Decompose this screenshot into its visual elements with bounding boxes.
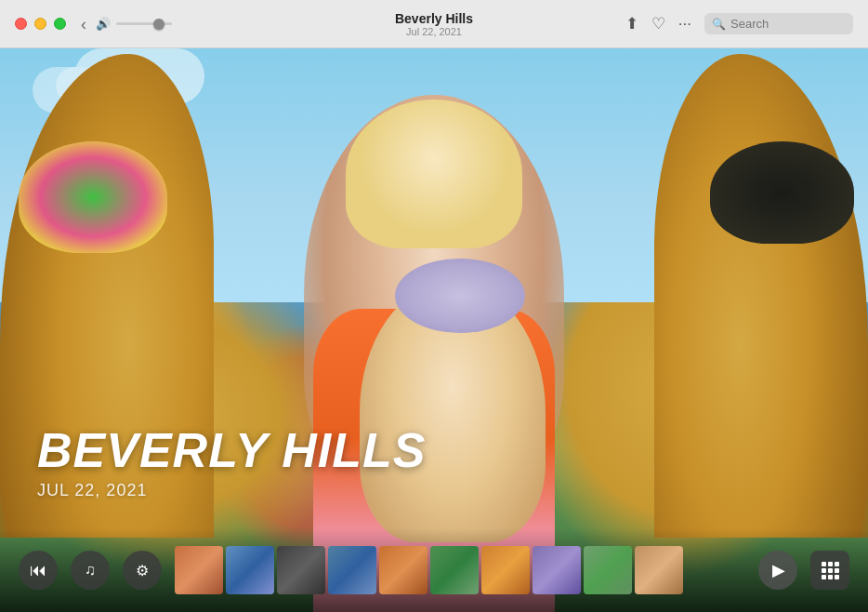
thumbnail-5[interactable] bbox=[430, 546, 479, 594]
grid-icon bbox=[822, 562, 839, 579]
rewind-button[interactable]: ⏮ bbox=[19, 551, 58, 590]
hair-left bbox=[19, 141, 167, 253]
volume-slider[interactable] bbox=[116, 22, 172, 25]
share-button[interactable]: ⬆ bbox=[625, 16, 638, 32]
photo-subtitle: JUL 22, 2021 bbox=[37, 481, 426, 500]
thumbnails-strip bbox=[175, 546, 745, 594]
photo-title-overlay: BEVERLY HILLS JUL 22, 2021 bbox=[37, 424, 426, 500]
title-bar: ‹ 🔊 Beverly Hills Jul 22, 2021 ⬆ ♡ ··· 🔍 bbox=[0, 0, 868, 48]
close-button[interactable] bbox=[15, 18, 27, 30]
window-controls bbox=[15, 18, 66, 30]
control-bar: ⏮ ♫ ⚙ ▶ bbox=[0, 528, 868, 612]
minimize-button[interactable] bbox=[34, 18, 46, 30]
thumbnail-3[interactable] bbox=[328, 546, 376, 594]
thumbnail-0[interactable] bbox=[175, 546, 223, 594]
hat bbox=[395, 259, 525, 333]
window-title-area: Beverly Hills Jul 22, 2021 bbox=[395, 11, 473, 37]
thumbnail-8[interactable] bbox=[584, 546, 632, 594]
thumbnail-4[interactable] bbox=[379, 546, 427, 594]
hair-center bbox=[346, 100, 522, 248]
photo-main-title: BEVERLY HILLS bbox=[37, 424, 426, 477]
back-button[interactable]: ‹ bbox=[81, 16, 86, 33]
search-input[interactable] bbox=[730, 17, 842, 31]
favorite-button[interactable]: ♡ bbox=[651, 16, 665, 32]
thumbnail-7[interactable] bbox=[533, 546, 581, 594]
thumbnail-1[interactable] bbox=[226, 546, 274, 594]
volume-control: 🔊 bbox=[96, 17, 172, 31]
thumbnail-9[interactable] bbox=[635, 546, 683, 594]
volume-icon: 🔊 bbox=[96, 17, 111, 31]
photo-area: BEVERLY HILLS JUL 22, 2021 ⏮ ♫ ⚙ ▶ bbox=[0, 48, 868, 612]
volume-thumb bbox=[153, 19, 164, 30]
grid-view-button[interactable] bbox=[810, 551, 849, 590]
window-date: Jul 22, 2021 bbox=[395, 26, 473, 37]
search-icon: 🔍 bbox=[712, 18, 726, 31]
toolbar-actions: ⬆ ♡ ··· 🔍 bbox=[625, 13, 853, 34]
window-title: Beverly Hills bbox=[395, 11, 473, 26]
hair-right bbox=[710, 141, 854, 244]
settings-icon: ⚙ bbox=[136, 562, 149, 579]
thumbnail-2[interactable] bbox=[277, 546, 325, 594]
settings-button[interactable]: ⚙ bbox=[123, 551, 162, 590]
thumbnail-6[interactable] bbox=[481, 546, 530, 594]
more-button[interactable]: ··· bbox=[678, 16, 691, 32]
play-icon: ▶ bbox=[772, 560, 785, 580]
music-button[interactable]: ♫ bbox=[71, 551, 110, 590]
maximize-button[interactable] bbox=[54, 18, 66, 30]
search-bar[interactable]: 🔍 bbox=[704, 13, 853, 34]
music-icon: ♫ bbox=[85, 562, 96, 579]
rewind-icon: ⏮ bbox=[30, 561, 46, 580]
play-button[interactable]: ▶ bbox=[758, 551, 797, 590]
